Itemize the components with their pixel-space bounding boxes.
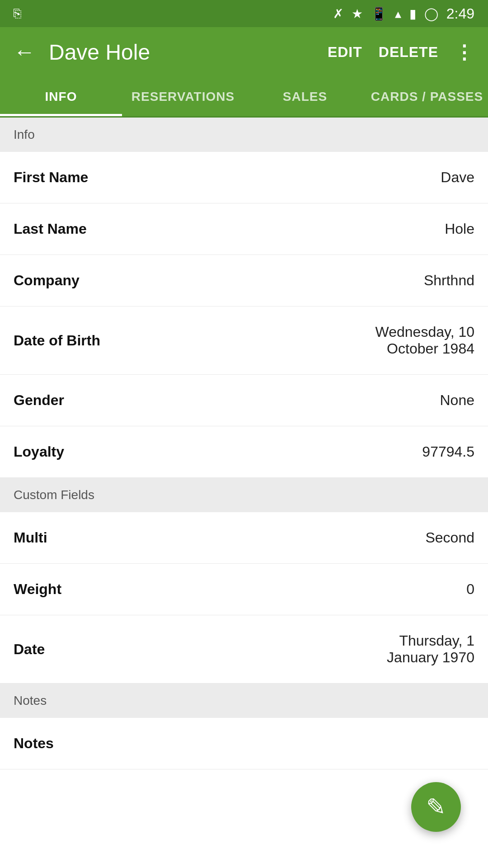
field-value-company: Shrthnd (424, 272, 474, 289)
delete-button[interactable]: DELETE (379, 44, 438, 61)
table-row: Date Thursday, 1 January 1970 (0, 615, 488, 684)
table-row: Company Shrthnd (0, 255, 488, 307)
page-title: Dave Hole (49, 40, 314, 65)
sim-icon: ▮ (409, 6, 416, 21)
table-row: Gender None (0, 375, 488, 426)
tab-info[interactable]: INFO (0, 77, 122, 116)
table-row: Notes (0, 718, 488, 769)
table-row: Last Name Hole (0, 203, 488, 255)
fab-edit-button[interactable]: ✎ (411, 782, 461, 832)
field-value-gender: None (440, 392, 475, 409)
image-icon: ⎘ (14, 6, 21, 21)
vibrate-icon: 📱 (371, 6, 387, 21)
field-label-loyalty: Loyalty (14, 443, 64, 460)
app-bar-actions: EDIT DELETE ⋮ (328, 41, 474, 63)
status-bar: ⎘ ✗ ★ 📱 ▴ ▮ ◯ 2:49 (0, 0, 488, 27)
custom-fields-section-header: Custom Fields (0, 478, 488, 512)
field-value-dob: Wednesday, 10 October 1984 (375, 324, 474, 357)
field-label-gender: Gender (14, 392, 64, 409)
status-time: 2:49 (446, 5, 474, 22)
field-value-weight: 0 (466, 581, 474, 598)
table-row: Weight 0 (0, 564, 488, 615)
field-label-dob: Date of Birth (14, 332, 100, 349)
field-label-firstname: First Name (14, 169, 88, 186)
field-label-date: Date (14, 641, 45, 658)
table-row: Loyalty 97794.5 (0, 426, 488, 478)
field-value-loyalty: 97794.5 (422, 443, 474, 460)
table-row: Multi Second (0, 512, 488, 564)
field-label-multi: Multi (14, 529, 47, 546)
tab-sales[interactable]: SALES (244, 77, 366, 116)
edit-icon: ✎ (426, 795, 446, 819)
field-label-lastname: Last Name (14, 221, 87, 237)
notes-section-header: Notes (0, 684, 488, 718)
star-icon: ★ (352, 6, 363, 21)
field-value-firstname: Dave (441, 169, 474, 186)
field-value-multi: Second (425, 529, 474, 546)
edit-button[interactable]: EDIT (328, 44, 362, 61)
field-value-lastname: Hole (445, 221, 474, 237)
field-value-date: Thursday, 1 January 1970 (387, 632, 474, 666)
info-section-header: Info (0, 118, 488, 152)
app-bar: ← Dave Hole EDIT DELETE ⋮ (0, 27, 488, 77)
field-label-company: Company (14, 272, 80, 289)
wifi-icon: ▴ (395, 6, 401, 21)
back-button[interactable]: ← (14, 41, 35, 63)
status-bar-right: ✗ ★ 📱 ▴ ▮ ◯ 2:49 (333, 5, 474, 22)
field-label-weight: Weight (14, 581, 61, 598)
tab-reservations[interactable]: RESERVATIONS (122, 77, 244, 116)
tab-bar: INFO RESERVATIONS SALES CARDS / PASSES (0, 77, 488, 118)
tab-cards-passes[interactable]: CARDS / PASSES (366, 77, 488, 116)
bluetooth-icon: ✗ (333, 6, 343, 21)
table-row: First Name Dave (0, 152, 488, 203)
more-button[interactable]: ⋮ (455, 41, 474, 63)
status-bar-left: ⎘ (14, 6, 21, 21)
table-row: Date of Birth Wednesday, 10 October 1984 (0, 307, 488, 375)
battery-icon: ◯ (424, 6, 438, 21)
field-label-notes: Notes (14, 735, 54, 752)
